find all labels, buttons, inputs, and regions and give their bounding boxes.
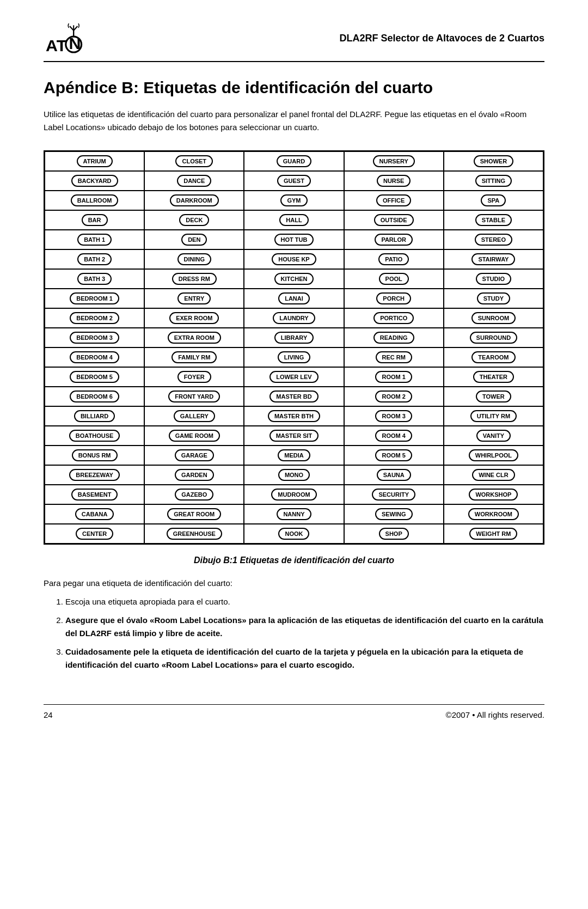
label-cell: GREAT ROOM (144, 504, 244, 524)
label-cell: POOL (344, 269, 444, 289)
label-pill: PORCH (376, 292, 411, 304)
label-cell: HOUSE KP (244, 249, 344, 269)
label-pill: BILLIARD (74, 410, 115, 422)
label-cell: ROOM 5 (344, 446, 444, 465)
label-pill: SUNROOM (471, 312, 516, 324)
svg-text:N: N (69, 34, 81, 52)
label-cell: WEIGHT RM (444, 524, 543, 544)
label-pill: BREEZEWAY (69, 469, 120, 481)
label-pill: EXER ROOM (169, 312, 219, 324)
label-pill: CLOSET (175, 155, 213, 167)
label-cell: SITTING (444, 171, 543, 191)
label-pill: BEDROOM 4 (70, 351, 119, 363)
label-pill: VANITY (476, 430, 511, 442)
label-pill: SAUNA (377, 469, 411, 481)
label-pill: WORKSHOP (469, 489, 518, 501)
label-cell: WORKSHOP (444, 485, 543, 504)
label-cell: BEDROOM 2 (45, 308, 144, 328)
label-pill: BEDROOM 5 (70, 371, 119, 383)
label-pill: WEIGHT RM (469, 528, 517, 540)
label-cell: GAME ROOM (144, 426, 244, 446)
label-cell: ENTRY (144, 289, 244, 308)
label-cell: WORKROOM (444, 504, 543, 524)
label-cell: GALLERY (144, 406, 244, 426)
label-cell: GREENHOUSE (144, 524, 244, 544)
label-cell: OUTSIDE (344, 210, 444, 230)
svg-text:AT: AT (46, 36, 67, 54)
label-cell: STEREO (444, 230, 543, 249)
label-cell: SEWING (344, 504, 444, 524)
label-cell: BATH 1 (45, 230, 144, 249)
label-pill: READING (373, 332, 414, 344)
label-cell: LOWER LEV (244, 367, 344, 387)
label-pill: GREENHOUSE (167, 528, 222, 540)
label-cell: ROOM 3 (344, 406, 444, 426)
label-cell: CENTER (45, 524, 144, 544)
label-cell: OFFICE (344, 191, 444, 210)
page-number: 24 (44, 710, 53, 719)
label-grid-container: ATRIUMCLOSETGUARDNURSERYSHOWERBACKYARDDA… (44, 150, 544, 545)
label-cell: BILLIARD (45, 406, 144, 426)
label-pill: WINE CLR (472, 469, 514, 481)
label-pill: MUDROOM (271, 489, 316, 501)
label-pill: DINING (177, 253, 212, 265)
label-cell: NOOK (244, 524, 344, 544)
label-pill: OUTSIDE (374, 214, 414, 226)
label-cell: CABANA (45, 504, 144, 524)
label-cell: NURSERY (344, 151, 444, 171)
label-pill: EXTRA ROOM (168, 332, 221, 344)
svg-line-4 (74, 26, 77, 30)
label-cell: LANAI (244, 289, 344, 308)
label-cell: ROOM 2 (344, 387, 444, 406)
label-cell: DRESS RM (144, 269, 244, 289)
label-cell: ATRIUM (45, 151, 144, 171)
label-pill: SHOWER (474, 155, 514, 167)
label-cell: STUDY (444, 289, 543, 308)
label-pill: CABANA (75, 508, 114, 520)
label-cell: BALLROOM (45, 191, 144, 210)
label-pill: TOWER (476, 391, 511, 402)
label-pill: MEDIA (278, 449, 310, 461)
label-pill: ATRIUM (77, 155, 113, 167)
label-cell: HALL (244, 210, 344, 230)
label-pill: MASTER BTH (268, 410, 320, 422)
label-pill: LANAI (278, 292, 310, 304)
label-pill: HOT TUB (274, 234, 314, 246)
label-cell: DARKROOM (144, 191, 244, 210)
label-pill: BOATHOUSE (69, 430, 120, 442)
label-pill: UTILITY RM (470, 410, 517, 422)
label-cell: GUEST (244, 171, 344, 191)
label-cell: DEN (144, 230, 244, 249)
figure-caption: Dibujo B:1 Etiquetas de identificación d… (44, 556, 544, 565)
label-pill: THEATER (473, 371, 514, 383)
label-pill: FRONT YARD (168, 391, 220, 402)
label-cell: DECK (144, 210, 244, 230)
label-cell: BAR (45, 210, 144, 230)
label-cell: STAIRWAY (444, 249, 543, 269)
label-cell: SURROUND (444, 328, 543, 347)
label-cell: BEDROOM 6 (45, 387, 144, 406)
label-cell: BEDROOM 1 (45, 289, 144, 308)
label-cell: GAZEBO (144, 485, 244, 504)
label-pill: STUDIO (476, 273, 512, 285)
label-cell: STABLE (444, 210, 543, 230)
label-pill: BATH 1 (77, 234, 112, 246)
label-cell: EXTRA ROOM (144, 328, 244, 347)
label-cell: BASEMENT (45, 485, 144, 504)
label-cell: GARDEN (144, 465, 244, 485)
section-text: Para pegar una etiqueta de identificació… (44, 578, 544, 588)
label-pill: GAZEBO (175, 489, 213, 501)
label-cell: FRONT YARD (144, 387, 244, 406)
label-grid: ATRIUMCLOSETGUARDNURSERYSHOWERBACKYARDDA… (45, 151, 543, 544)
label-cell: LIVING (244, 347, 344, 367)
label-pill: HOUSE KP (272, 253, 316, 265)
label-cell: GUARD (244, 151, 344, 171)
page-header: AT N DLA2RF Selector de Altavoces de 2 C… (44, 22, 544, 62)
label-cell: EXER ROOM (144, 308, 244, 328)
label-cell: WHIRLPOOL (444, 446, 543, 465)
label-pill: CENTER (76, 528, 113, 540)
label-pill: WHIRLPOOL (469, 449, 518, 461)
label-pill: GUARD (277, 155, 311, 167)
label-cell: FAMILY RM (144, 347, 244, 367)
label-pill: BACKYARD (71, 175, 118, 187)
